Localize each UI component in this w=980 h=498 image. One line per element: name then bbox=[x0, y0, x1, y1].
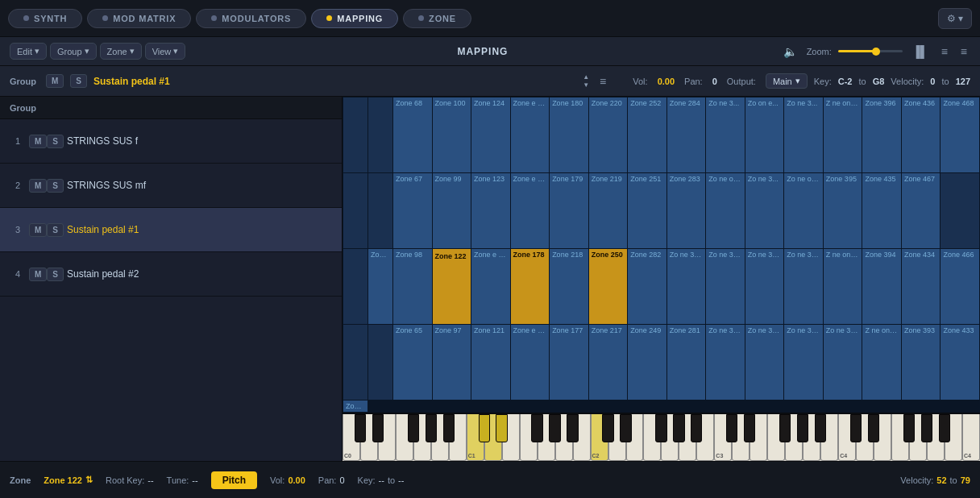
zone-cell[interactable]: Zone 180 bbox=[550, 98, 588, 172]
zone-cell[interactable]: Zone 281 bbox=[667, 325, 706, 400]
zone-cell[interactable]: Zone e 154 bbox=[471, 249, 510, 324]
layer-row-2[interactable]: 2 M S STRINGS SUS mf bbox=[0, 164, 342, 208]
zone-cell[interactable]: Zone 124 bbox=[471, 98, 510, 172]
zone-cell[interactable]: Zone 97 bbox=[433, 325, 471, 400]
zone-cell[interactable]: Zone 394 bbox=[862, 249, 901, 324]
zone-cell[interactable]: Zone 179 bbox=[550, 173, 588, 248]
zone-cell[interactable]: Zone 219 bbox=[589, 173, 628, 248]
settings-button[interactable]: ⚙ ▾ bbox=[938, 8, 972, 29]
group-menu[interactable]: Group ▾ bbox=[50, 43, 97, 60]
layer3-mute[interactable]: M bbox=[29, 223, 47, 237]
zone-cell[interactable]: Zo ne 3... bbox=[706, 98, 745, 172]
zone-cell[interactable]: Zo ne 33 8 bbox=[745, 249, 784, 324]
pitch-button[interactable]: Pitch bbox=[211, 471, 257, 489]
zone-cell[interactable]: Zone 467 bbox=[902, 173, 941, 248]
grid-icon[interactable]: ≡ bbox=[938, 44, 951, 60]
zone-cell[interactable]: Zone e 156 bbox=[511, 98, 550, 172]
zone-cell[interactable]: Z ne on e 3 77 bbox=[862, 325, 901, 400]
zone-cell[interactable]: Zone 250 bbox=[589, 249, 628, 324]
zone-cell[interactable]: Zone 436 bbox=[902, 98, 941, 172]
tab-zone[interactable]: ZONE bbox=[403, 9, 471, 28]
zone-cell[interactable] bbox=[368, 98, 392, 172]
speaker-icon[interactable]: 🔈 bbox=[780, 44, 800, 60]
layer4-solo[interactable]: S bbox=[47, 268, 64, 281]
zone-cell[interactable]: Zone 252 bbox=[628, 98, 666, 172]
zone-cell[interactable] bbox=[343, 249, 368, 324]
zone-cell[interactable]: Zo ne 3 3 8 bbox=[706, 249, 745, 324]
zone-cell[interactable]: Zo ne 3 e 3 2 9 bbox=[745, 325, 784, 400]
layer3-solo[interactable]: S bbox=[47, 223, 64, 237]
zone-cell[interactable] bbox=[343, 173, 368, 248]
zone-cell[interactable]: Zone 433 bbox=[941, 325, 979, 400]
tab-mod-matrix[interactable]: MOD MATRIX bbox=[87, 9, 191, 28]
zone-cell[interactable]: Zone 218 bbox=[550, 249, 588, 324]
zone-cell[interactable]: Zone 217 bbox=[589, 325, 628, 400]
tab-modulators[interactable]: MODULATORS bbox=[196, 9, 306, 28]
zone-cell[interactable]: Zone 465 bbox=[343, 400, 368, 412]
zone-cell[interactable]: Zo ne 31 3 bbox=[706, 325, 745, 400]
zone-cell[interactable]: Zone 249 bbox=[628, 325, 666, 400]
zone-cell[interactable]: Zone 283 bbox=[667, 173, 706, 248]
zone-cell[interactable]: Zo ne 33 7 bbox=[784, 325, 823, 400]
zone-cell[interactable]: Zone 68 bbox=[393, 98, 432, 172]
zone-cell[interactable]: Zone 282 bbox=[628, 249, 666, 324]
output-selector[interactable]: Main ▾ bbox=[766, 73, 808, 89]
zone-cell[interactable] bbox=[941, 173, 979, 248]
zone-cell[interactable]: Zone 466 bbox=[941, 249, 979, 324]
zone-cell[interactable]: Zone 100 bbox=[433, 98, 471, 172]
zone-cell[interactable]: Zo ne 36 2 bbox=[784, 249, 823, 324]
zone-cell[interactable]: Zo ne 3... bbox=[745, 173, 784, 248]
zone-cell[interactable]: Zone 468 bbox=[941, 98, 979, 172]
zone-cell[interactable]: Zone 284 bbox=[667, 98, 706, 172]
zone-cell[interactable]: Z ne on e... bbox=[824, 98, 862, 172]
piano[interactable]: C0C1C2C3C4C4 bbox=[343, 413, 980, 461]
zone-cell[interactable]: Z ne on 3 7 8 bbox=[824, 249, 862, 324]
bars-icon[interactable]: ▐▌ bbox=[909, 44, 932, 60]
zone-cell[interactable]: Zo on e... bbox=[745, 98, 784, 172]
zone-cell[interactable]: Zo ne on e... bbox=[706, 173, 745, 248]
layer2-solo[interactable]: S bbox=[47, 179, 64, 193]
zone-cell[interactable]: Zo ne 3... bbox=[784, 98, 823, 172]
zone-cell[interactable]: Zone 220 bbox=[589, 98, 628, 172]
zone-cell[interactable]: Zo ne on e... bbox=[784, 173, 823, 248]
layer-row-1[interactable]: 1 M S STRINGS SUS f bbox=[0, 119, 342, 164]
zone-cell[interactable]: Zone e 155 bbox=[511, 173, 550, 248]
zone-cell[interactable]: Zone 177 bbox=[550, 325, 588, 400]
zone-menu[interactable]: Zone ▾ bbox=[100, 43, 142, 60]
group-mute-button[interactable]: M bbox=[46, 74, 64, 88]
tab-synth[interactable]: SYNTH bbox=[8, 9, 82, 28]
tab-mapping[interactable]: MAPPING bbox=[311, 9, 398, 28]
layer2-mute[interactable]: M bbox=[29, 179, 47, 193]
zone-cell[interactable]: Zone 65 bbox=[393, 325, 432, 400]
zone-cell[interactable] bbox=[368, 325, 392, 400]
zone-cell[interactable]: Zone 121 bbox=[471, 325, 510, 400]
layer1-solo[interactable]: S bbox=[47, 135, 64, 148]
zone-cell[interactable]: Zone 99 bbox=[433, 173, 471, 248]
zone-cell[interactable]: Zone 98 bbox=[393, 249, 432, 324]
zone-cell[interactable] bbox=[368, 173, 392, 248]
layer-row-3[interactable]: 3 M S Sustain pedal #1 bbox=[0, 208, 342, 252]
zone-cell[interactable]: Zone 435 bbox=[862, 173, 901, 248]
layer-row-4[interactable]: 4 M S Sustain pedal #2 bbox=[0, 252, 342, 297]
zone-cell[interactable]: Zone 178 bbox=[511, 249, 550, 324]
zone-cell[interactable] bbox=[343, 325, 368, 400]
zone-cell[interactable]: Zone 434 bbox=[902, 249, 941, 324]
zone-cell[interactable]: Zo ne 36 1 bbox=[824, 325, 862, 400]
list-icon[interactable]: ≡ bbox=[957, 44, 970, 60]
view-menu[interactable]: View ▾ bbox=[145, 43, 186, 60]
list-view-icon[interactable]: ≡ bbox=[596, 73, 610, 89]
zone-cell[interactable]: Zone e 153 bbox=[511, 325, 550, 400]
layer4-mute[interactable]: M bbox=[29, 268, 47, 281]
group-solo-button[interactable]: S bbox=[70, 74, 87, 88]
zone-cell[interactable]: Zo ne 31 4 bbox=[667, 249, 706, 324]
zone-cell[interactable]: Zone 67 bbox=[393, 173, 432, 248]
zone-cell[interactable]: Zone 123 bbox=[471, 173, 510, 248]
zone-cell[interactable] bbox=[343, 98, 368, 172]
zone-cell[interactable]: Zone 396 bbox=[862, 98, 901, 172]
layer1-mute[interactable]: M bbox=[29, 135, 47, 148]
group-arrows[interactable]: ▲ ▼ bbox=[583, 73, 589, 89]
edit-menu[interactable]: Edit ▾ bbox=[10, 43, 47, 60]
zone-cell[interactable]: Zone 66 bbox=[368, 249, 392, 324]
zone-cell[interactable]: Zone 251 bbox=[628, 173, 666, 248]
zone-cell[interactable]: Zone 393 bbox=[902, 325, 941, 400]
